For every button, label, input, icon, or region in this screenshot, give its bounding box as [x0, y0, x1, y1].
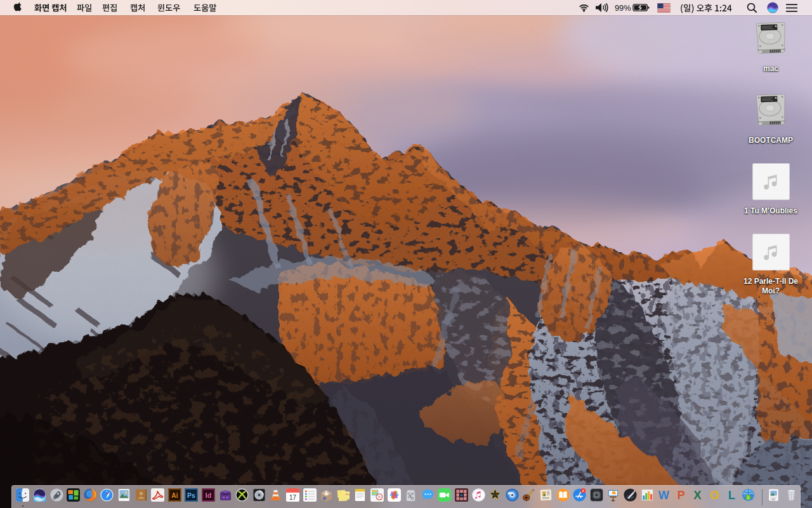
svg-text:P: P [677, 489, 684, 502]
svg-text:Ai: Ai [171, 491, 178, 498]
svg-text:Ps: Ps [187, 491, 195, 498]
svg-text:O: O [710, 489, 719, 502]
svg-text:W: W [658, 489, 670, 502]
svg-text:Id: Id [206, 491, 211, 498]
svg-text:17: 17 [289, 493, 297, 500]
svg-text:L: L [728, 489, 735, 502]
svg-text:X: X [694, 489, 702, 502]
svg-text:JPG: JPG [771, 498, 775, 500]
svg-text:Plan: Plan [346, 493, 350, 495]
svg-text:4: 4 [582, 488, 584, 492]
